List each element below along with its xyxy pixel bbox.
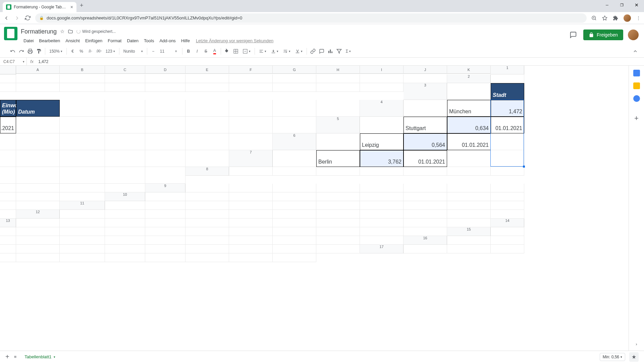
cell-C13[interactable] xyxy=(105,219,145,227)
cell-E2[interactable] xyxy=(105,83,145,92)
row-header-11[interactable]: 11 xyxy=(60,201,105,210)
cell-H8[interactable] xyxy=(0,184,16,192)
cell-B17[interactable] xyxy=(447,245,491,253)
increase-decimal-button[interactable]: .00↑ xyxy=(95,47,103,56)
row-header-8[interactable]: 8 xyxy=(185,167,229,176)
cell-J17[interactable] xyxy=(229,253,273,262)
cell-B9[interactable] xyxy=(229,184,273,192)
menu-bearbeiten[interactable]: Bearbeiten xyxy=(36,37,63,45)
share-button[interactable]: Freigeben xyxy=(583,29,623,40)
cell-J15[interactable] xyxy=(316,236,360,245)
merge-cells-button[interactable]: ▾ xyxy=(240,47,253,56)
cell-H11[interactable] xyxy=(404,201,447,210)
cell-F2[interactable] xyxy=(145,83,185,92)
cell-C3[interactable]: Einwohner (Mio) xyxy=(0,100,16,117)
column-header-I[interactable]: I xyxy=(360,66,404,74)
cell-I1[interactable] xyxy=(316,74,360,83)
insert-comment-button[interactable] xyxy=(318,47,326,56)
cell-K11[interactable] xyxy=(0,210,16,219)
cell-E6[interactable] xyxy=(491,133,524,150)
menu-datei[interactable]: Datei xyxy=(21,37,36,45)
cell-D10[interactable] xyxy=(273,192,316,201)
cell-I2[interactable] xyxy=(273,83,316,92)
cell-F5[interactable] xyxy=(16,133,60,150)
print-button[interactable] xyxy=(26,47,34,56)
cell-B3[interactable]: Stadt xyxy=(491,83,524,100)
cell-E13[interactable] xyxy=(185,219,229,227)
cell-K15[interactable] xyxy=(360,236,404,245)
cell-C15[interactable] xyxy=(16,236,60,245)
cell-H10[interactable] xyxy=(447,192,491,201)
cell-F11[interactable] xyxy=(316,201,360,210)
cell-J8[interactable] xyxy=(60,184,105,192)
menu-ansicht[interactable]: Ansicht xyxy=(63,37,83,45)
cell-E9[interactable] xyxy=(360,184,404,192)
cell-E14[interactable] xyxy=(145,227,185,236)
cell-G1[interactable] xyxy=(229,74,273,83)
cell-C4[interactable]: 1,472 xyxy=(491,100,524,117)
cell-C7[interactable]: 3,762 xyxy=(360,150,404,167)
extensions-icon[interactable] xyxy=(613,15,618,21)
cell-I12[interactable] xyxy=(404,210,447,219)
cell-F8[interactable] xyxy=(447,167,491,176)
cell-D8[interactable] xyxy=(360,167,404,176)
cell-I5[interactable] xyxy=(145,133,185,150)
row-header-3[interactable]: 3 xyxy=(404,83,447,100)
cell-E10[interactable] xyxy=(316,192,360,201)
cell-K3[interactable] xyxy=(316,100,360,117)
cell-K1[interactable] xyxy=(404,74,447,83)
cell-F12[interactable] xyxy=(273,210,316,219)
cell-D2[interactable] xyxy=(60,83,105,92)
row-header-9[interactable]: 9 xyxy=(145,184,185,192)
sheet-tab[interactable]: Tabellenblatt1▾ xyxy=(21,353,58,361)
font-size-input[interactable]: 11 xyxy=(158,47,171,56)
row-header-6[interactable]: 6 xyxy=(273,133,316,150)
menu-einfügen[interactable]: Einfügen xyxy=(83,37,105,45)
percent-button[interactable]: % xyxy=(77,47,86,56)
comment-history-button[interactable] xyxy=(568,29,579,40)
currency-button[interactable]: € xyxy=(69,47,77,56)
cell-E8[interactable] xyxy=(404,167,447,176)
column-header-C[interactable]: C xyxy=(105,66,145,74)
cell-I15[interactable] xyxy=(273,236,316,245)
row-header-5[interactable]: 5 xyxy=(316,117,360,133)
window-close-button[interactable]: ✕ xyxy=(629,0,644,10)
cell-C5[interactable]: 0,634 xyxy=(447,117,491,133)
cell-G11[interactable] xyxy=(360,201,404,210)
cell-G14[interactable] xyxy=(229,227,273,236)
fill-color-button[interactable] xyxy=(223,47,231,56)
explore-button[interactable] xyxy=(629,352,639,362)
document-title[interactable]: Formatierung xyxy=(21,28,57,35)
row-header-12[interactable]: 12 xyxy=(16,210,60,219)
cell-I8[interactable] xyxy=(16,184,60,192)
horizontal-align-button[interactable]: ▾ xyxy=(257,47,268,56)
cell-G12[interactable] xyxy=(316,210,360,219)
row-header-13[interactable]: 13 xyxy=(0,219,16,227)
cell-G9[interactable] xyxy=(447,184,491,192)
cell-G4[interactable] xyxy=(105,117,145,133)
cell-D4[interactable]: 01.01.2021 xyxy=(0,117,16,133)
cell-K5[interactable] xyxy=(229,133,273,150)
cell-D3[interactable]: Datum xyxy=(16,100,60,117)
cell-C6[interactable]: 0,564 xyxy=(404,133,447,150)
cell-B10[interactable] xyxy=(185,192,229,201)
cell-C16[interactable] xyxy=(0,245,16,253)
cell-F15[interactable] xyxy=(145,236,185,245)
cell-E1[interactable] xyxy=(145,74,185,83)
cell-D13[interactable] xyxy=(145,219,185,227)
cell-H4[interactable] xyxy=(145,117,185,133)
cell-D12[interactable] xyxy=(185,210,229,219)
cell-G7[interactable] xyxy=(0,167,16,184)
cell-D11[interactable] xyxy=(229,201,273,210)
get-addons-button[interactable]: + xyxy=(634,114,639,123)
cell-G15[interactable] xyxy=(185,236,229,245)
cell-I13[interactable] xyxy=(360,219,404,227)
cell-A9[interactable] xyxy=(185,184,229,192)
cell-K8[interactable] xyxy=(105,184,145,192)
insert-link-button[interactable] xyxy=(309,47,317,56)
cell-I11[interactable] xyxy=(447,201,491,210)
move-document-icon[interactable] xyxy=(68,29,73,34)
cell-J14[interactable] xyxy=(360,227,404,236)
cell-F9[interactable] xyxy=(404,184,447,192)
cell-J2[interactable] xyxy=(316,83,360,92)
